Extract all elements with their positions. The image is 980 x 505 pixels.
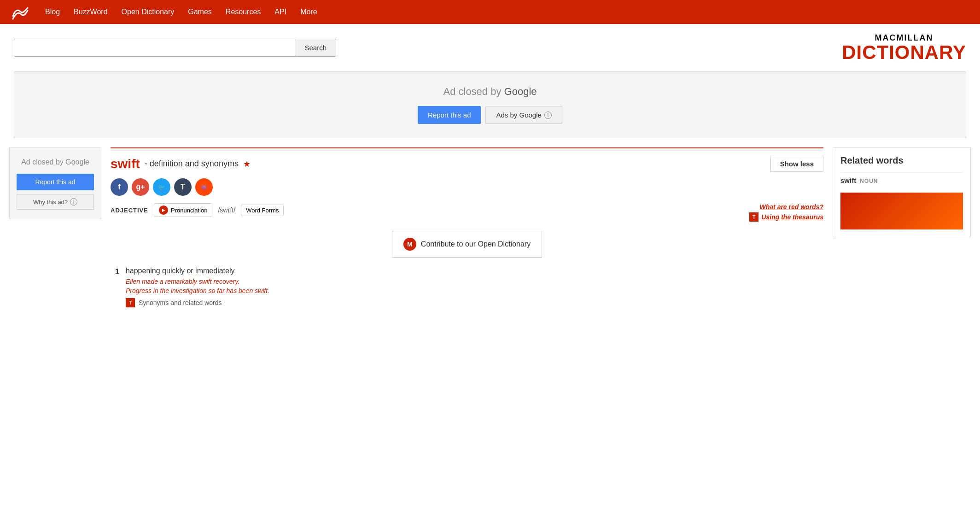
pronunciation-button[interactable]: Pronunciation (154, 203, 213, 217)
related-word-item: swift NOUN (840, 172, 963, 188)
main-layout: Ad closed by Google Report this ad Why t… (0, 147, 980, 313)
word-pos: ADJECTIVE (111, 207, 148, 214)
nav-resources[interactable]: Resources (226, 8, 261, 16)
def-example-1: Ellen made a remarkably swift recovery. (126, 278, 269, 285)
search-input[interactable] (14, 39, 295, 56)
word-meta: ADJECTIVE Pronunciation /swɪft/ Word For… (111, 203, 284, 217)
search-row: Search MACMILLAN DICTIONARY (0, 24, 980, 71)
search-box: Search (14, 39, 336, 57)
ad-closed-text: Ad closed by Google (23, 86, 957, 98)
ad-buttons: Report this ad Ads by Google i (23, 106, 957, 124)
facebook-icon[interactable]: f (111, 178, 128, 196)
related-word-pos: NOUN (860, 178, 878, 184)
sidebar-info-icon: i (70, 198, 77, 206)
right-panel: Related words swift NOUN (833, 147, 971, 313)
play-icon (159, 206, 168, 215)
nav-more[interactable]: More (300, 8, 317, 16)
site-logo[interactable] (9, 3, 31, 21)
word-subtitle: - definition and synonyms (145, 159, 239, 169)
contribute-label: Contribute to our Open Dictionary (421, 240, 531, 248)
phonetic-text: /swɪft/ (218, 206, 235, 214)
nav-buzzword[interactable]: BuzzWord (74, 8, 108, 16)
logo-dictionary-text: DICTIONARY (842, 43, 966, 62)
def-example-2: Progress in the investigation so far has… (126, 287, 269, 294)
synonyms-text: Synonyms and related words (139, 299, 222, 306)
ads-by-google-button[interactable]: Ads by Google i (485, 106, 562, 124)
tumblr-icon[interactable]: T (174, 178, 192, 196)
reddit-icon[interactable]: 👾 (195, 178, 213, 196)
search-button[interactable]: Search (295, 39, 336, 56)
show-less-button[interactable]: Show less (770, 156, 823, 172)
nav-open-dictionary[interactable]: Open Dictionary (122, 8, 175, 16)
nav-blog[interactable]: Blog (45, 8, 60, 16)
pronunciation-label: Pronunciation (171, 207, 208, 214)
def-text-1: happening quickly or immediately (126, 267, 269, 275)
using-thesaurus-link[interactable]: Using the thesaurus (761, 213, 823, 221)
nav-api[interactable]: API (274, 8, 286, 16)
twitter-icon[interactable]: 🐦 (153, 178, 170, 196)
right-links: What are red words? T Using the thesauru… (749, 203, 823, 222)
word-header: swift - definition and synonyms ★ Show l… (111, 156, 823, 172)
social-icons: f g+ 🐦 T 👾 (111, 178, 823, 196)
definition-item-1: 1 happening quickly or immediately Ellen… (115, 267, 819, 307)
what-are-red-words-link[interactable]: What are red words? (760, 203, 823, 211)
synonyms-row: T Synonyms and related words (126, 298, 269, 307)
sidebar-report-ad-button[interactable]: Report this ad (17, 174, 94, 190)
definition-section: 1 happening quickly or immediately Ellen… (111, 267, 823, 307)
word-title: swift (111, 157, 140, 171)
related-word-word: swift (840, 176, 856, 184)
meta-and-links: ADJECTIVE Pronunciation /swɪft/ Word For… (111, 203, 823, 222)
synonyms-icon: T (126, 298, 135, 307)
sidebar-ad-closed: Ad closed by Google Report this ad Why t… (9, 147, 101, 219)
info-icon: i (544, 112, 552, 119)
word-title-area: swift - definition and synonyms ★ (111, 157, 251, 171)
thesaurus-icon: T (749, 212, 758, 222)
nav-games[interactable]: Games (188, 8, 212, 16)
contribute-button[interactable]: M Contribute to our Open Dictionary (392, 231, 542, 258)
sidebar-why-ad-button[interactable]: Why this ad? i (17, 194, 94, 210)
sidebar-ad-text: Ad closed by Google (17, 157, 94, 167)
top-navigation: Blog BuzzWord Open Dictionary Games Reso… (0, 0, 980, 24)
contribute-logo-icon: M (403, 238, 416, 251)
ad-closed-banner: Ad closed by Google Report this ad Ads b… (14, 71, 966, 138)
def-content-1: happening quickly or immediately Ellen m… (126, 267, 269, 307)
left-sidebar: Ad closed by Google Report this ad Why t… (9, 147, 101, 313)
report-ad-button[interactable]: Report this ad (418, 106, 481, 124)
star-icon[interactable]: ★ (243, 159, 251, 169)
main-content: swift - definition and synonyms ★ Show l… (111, 147, 823, 313)
thesaurus-link-row: T Using the thesaurus (749, 212, 823, 222)
nav-links-list: Blog BuzzWord Open Dictionary Games Reso… (45, 8, 317, 16)
related-words-box: Related words swift NOUN (833, 147, 971, 237)
word-forms-button[interactable]: Word Forms (241, 205, 284, 216)
related-words-title: Related words (840, 155, 963, 166)
macmillan-logo: MACMILLAN DICTIONARY (842, 33, 966, 62)
googleplus-icon[interactable]: g+ (132, 178, 149, 196)
def-number-1: 1 (115, 267, 119, 307)
related-image (840, 193, 963, 229)
